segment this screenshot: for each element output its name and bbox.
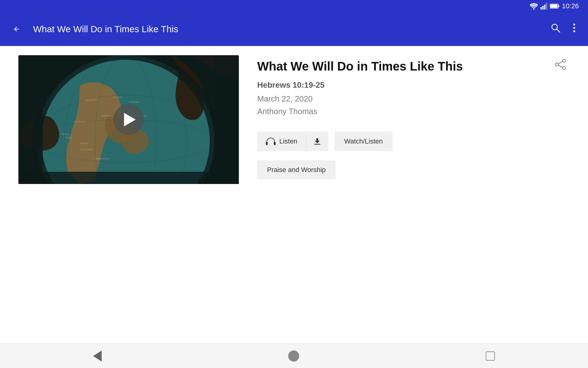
svg-rect-7 xyxy=(550,5,557,8)
svg-point-11 xyxy=(573,27,575,29)
status-time: 10:26 xyxy=(562,2,579,10)
info-panel: What We Will Do in Times Like This Hebre… xyxy=(257,55,570,179)
listen-group: Listen xyxy=(257,132,328,151)
download-button[interactable] xyxy=(306,132,328,151)
app-bar-title: What We Will Do in Times Like This xyxy=(33,24,538,34)
svg-rect-2 xyxy=(542,6,544,10)
bottom-navigation-bar xyxy=(0,343,588,368)
svg-rect-40 xyxy=(266,142,268,145)
listen-label: Listen xyxy=(279,137,297,145)
main-content: MEXICO GUATEMALA HONDURA Cuba Is. Bermud… xyxy=(0,46,588,343)
share-button[interactable] xyxy=(551,55,570,75)
svg-point-0 xyxy=(533,8,534,10)
svg-text:ATLANTA: ATLANTA xyxy=(113,96,123,98)
svg-rect-3 xyxy=(544,5,545,10)
svg-rect-4 xyxy=(546,3,547,10)
svg-rect-41 xyxy=(274,142,276,145)
svg-rect-32 xyxy=(18,55,43,184)
svg-text:RICA: RICA xyxy=(66,136,72,139)
svg-text:Charleston: Charleston xyxy=(129,101,139,103)
svg-text:COSTA: COSTA xyxy=(61,133,70,136)
play-button-overlay[interactable] xyxy=(113,104,144,135)
home-nav-icon xyxy=(288,351,299,362)
svg-point-12 xyxy=(573,30,575,32)
svg-rect-1 xyxy=(541,7,542,10)
action-buttons-row: Listen Watch/Listen xyxy=(257,132,570,151)
svg-rect-42 xyxy=(314,144,320,145)
svg-text:PANAMA: PANAMA xyxy=(80,142,89,144)
more-options-button[interactable] xyxy=(570,20,579,38)
status-icons: 10:26 xyxy=(530,2,579,10)
wifi-icon xyxy=(530,3,538,10)
video-player[interactable]: MEXICO GUATEMALA HONDURA Cuba Is. Bermud… xyxy=(18,55,239,184)
listen-button[interactable]: Listen xyxy=(257,132,306,151)
svg-point-36 xyxy=(555,63,558,66)
sermon-date: March 22, 2020 xyxy=(257,94,570,104)
headphone-icon xyxy=(266,137,276,146)
svg-line-39 xyxy=(558,65,563,67)
home-nav-button[interactable] xyxy=(276,346,311,366)
svg-rect-6 xyxy=(558,5,559,7)
recents-nav-button[interactable] xyxy=(473,347,507,365)
back-button[interactable] xyxy=(9,22,24,36)
search-button[interactable] xyxy=(548,20,564,38)
svg-point-10 xyxy=(573,24,575,25)
praise-worship-tag[interactable]: Praise and Worship xyxy=(257,160,336,179)
signal-icon xyxy=(541,3,547,10)
sermon-title: What We Will Do in Times Like This xyxy=(257,58,570,74)
svg-text:COLOMBIA: COLOMBIA xyxy=(80,148,93,151)
back-nav-icon xyxy=(93,351,102,362)
app-bar: What We Will Do in Times Like This xyxy=(0,12,588,46)
scripture-reference: Hebrews 10:19-25 xyxy=(257,80,570,90)
svg-rect-34 xyxy=(18,172,239,184)
svg-point-37 xyxy=(563,67,566,70)
battery-icon xyxy=(550,3,560,9)
svg-text:GUATEMALA: GUATEMALA xyxy=(101,115,114,117)
recents-nav-icon xyxy=(486,351,495,361)
svg-rect-33 xyxy=(214,55,239,184)
play-icon xyxy=(124,113,136,126)
watch-listen-label: Watch/Listen xyxy=(344,137,383,145)
svg-point-35 xyxy=(563,59,566,62)
watch-listen-button[interactable]: Watch/Listen xyxy=(334,132,393,151)
praise-worship-label: Praise and Worship xyxy=(267,166,326,174)
app-bar-actions xyxy=(548,20,579,38)
sermon-speaker: Anthony Thomas xyxy=(257,107,570,116)
svg-text:VENEZUELA: VENEZUELA xyxy=(95,157,110,160)
status-bar: 10:26 xyxy=(0,0,588,12)
svg-line-38 xyxy=(558,62,563,64)
download-icon xyxy=(313,137,322,146)
back-nav-button[interactable] xyxy=(81,346,114,366)
svg-line-9 xyxy=(557,29,560,32)
